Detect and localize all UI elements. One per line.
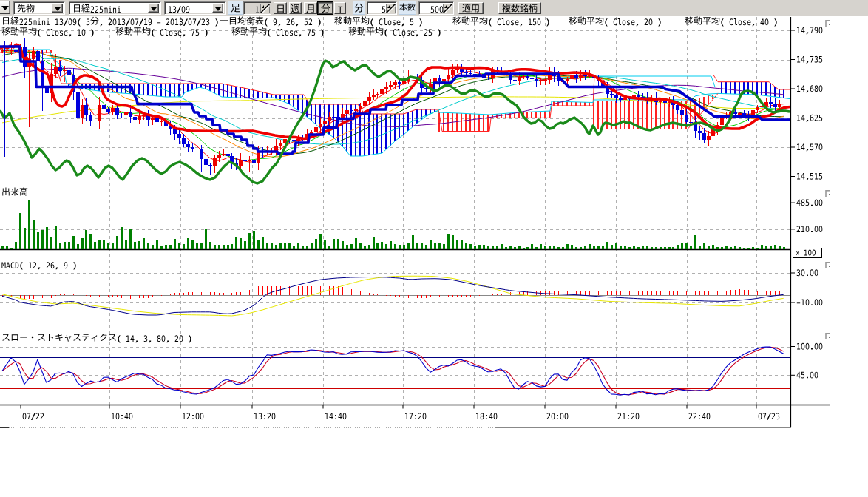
toolbar <box>0 0 868 16</box>
chart-application <box>0 0 868 497</box>
minute-count-field[interactable] <box>367 1 397 15</box>
chart-background <box>0 16 868 427</box>
symbol-combo[interactable] <box>69 1 161 15</box>
bar-interval-spinner-icon[interactable] <box>260 4 270 13</box>
bar-count-label <box>399 1 416 15</box>
chart-canvas[interactable] <box>0 16 868 497</box>
category-combo-arrow-icon[interactable] <box>52 4 63 13</box>
apply-button[interactable] <box>458 2 484 14</box>
multi-symbol-button[interactable] <box>498 2 541 14</box>
bar-interval-field[interactable] <box>243 1 271 15</box>
period-month-button[interactable] <box>304 2 317 14</box>
bar-type-label <box>228 1 243 15</box>
edge-dropdown-button[interactable] <box>0 1 10 14</box>
period-week-button[interactable] <box>289 2 302 14</box>
period-tick-button[interactable] <box>334 2 346 14</box>
category-combo[interactable] <box>13 1 65 15</box>
bar-count-field[interactable] <box>418 1 454 15</box>
bar-count-spinner-icon[interactable] <box>443 4 452 13</box>
minute-unit-label <box>353 1 365 15</box>
period-minute-button[interactable] <box>318 2 333 14</box>
contract-combo[interactable] <box>164 1 226 15</box>
symbol-combo-arrow-icon[interactable] <box>148 4 159 13</box>
minute-count-spinner-icon[interactable] <box>386 4 396 13</box>
edge-dropdown-arrow-icon <box>1 6 9 10</box>
period-day-button[interactable] <box>274 2 287 14</box>
contract-combo-arrow-icon[interactable] <box>212 4 223 13</box>
